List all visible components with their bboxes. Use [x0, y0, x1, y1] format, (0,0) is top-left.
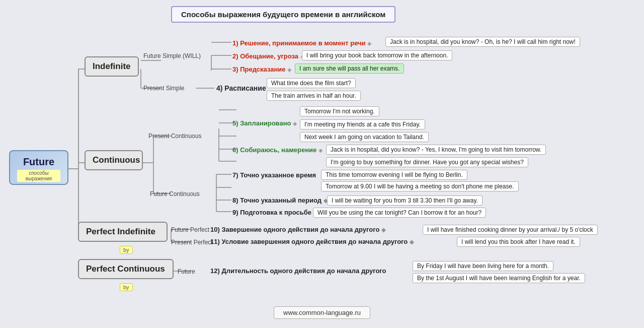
item-4-label: 4) Расписание [216, 84, 266, 92]
subcat-present-perfect: Present Perfect [171, 239, 213, 246]
item-6-label: 6) Собираюсь, намерение ◈ [232, 146, 323, 154]
website-box: www.common-language.ru [274, 306, 370, 319]
ex-6a-box: Jack is in hospital, did you know? - Yes… [326, 145, 546, 155]
future-sublabel: способы выражения [17, 170, 60, 182]
ex-1-box: Jack is in hospital, did you know? - Oh,… [385, 37, 580, 47]
ex-8-box: I will be waiting for you from 3 till 3.… [327, 195, 482, 206]
subcat-future-simple: Future Simple (WILL) [143, 52, 201, 59]
page-title: Способы выражения будущего времени в анг… [171, 6, 395, 23]
ex-3-box: I am sure she will pass all her exams. [295, 63, 404, 74]
ex-9-box: Will you be using the car tonight? Can I… [313, 208, 486, 218]
cat-indefinite-label: Indefinite [93, 61, 131, 71]
by-badge-2: by [120, 283, 133, 291]
ex-12b-box: By the 1st August I will have been learn… [413, 273, 585, 283]
item-9-label: 9) Подготовка к просьбе ◈ [232, 209, 317, 216]
subcat-present-simple-label: Present Simple [143, 85, 184, 92]
item-8-label: 8) Точно указанный период ◈ [232, 196, 328, 204]
subcat-future: Future [178, 268, 195, 275]
subcat-future-continuous: Future Continuous [150, 190, 200, 198]
ex-7b-box: Tomorrow at 9.00 I will be having a meet… [321, 181, 519, 191]
by-badge-1: by [120, 246, 133, 254]
cat-indefinite: Indefinite [85, 56, 139, 77]
website-text: www.common-language.ru [283, 309, 361, 316]
subcat-future-label: Future [178, 268, 195, 275]
ex-4a-box: What time does the film start? [267, 78, 356, 88]
cat-continuous-label: Continuous [93, 155, 140, 165]
subcat-future-continuous-label: Future Continuous [150, 190, 200, 198]
cat-perfect-indefinite-label: Perfect Indefinite [86, 227, 155, 236]
cat-continuous: Continuous [85, 150, 143, 170]
subcat-present-continuous: Present Continuous [148, 133, 201, 140]
item-10-label: 10) Завершение одного действия до начала… [210, 226, 385, 233]
future-label: Future [17, 156, 60, 168]
ex-6b-box: I'm going to buy something for dinner. H… [326, 157, 528, 167]
item-3-label: 3) Предсказание ◈ [232, 65, 291, 73]
ex-11-box: I will lend you this book after I have r… [457, 237, 580, 247]
item-12-label: 12) Длительность одного действия до нача… [210, 267, 386, 275]
subcat-present-perfect-label: Present Perfect [171, 239, 213, 246]
ex-7a-box: This time tomorrow evening I will be fly… [321, 170, 467, 180]
subcat-future-perfect: Future Perfect [171, 226, 209, 233]
item-1-label: 1) Решение, принимаемое в момент речи ◈ [232, 39, 371, 47]
ex-5a-box: Tomorrow I'm not working. [300, 106, 379, 116]
ex-5c-box: Next week I am going on vacation to Tail… [300, 132, 429, 142]
item-11-label: 11) Условие завершения одного действия д… [210, 238, 414, 245]
subcat-future-simple-label: Future Simple (WILL) [143, 52, 201, 59]
ex-4b-box: The train arrives in half an hour. [267, 91, 361, 101]
ex-12a-box: By Friday I will have been living here f… [413, 261, 553, 271]
title-text: Способы выражения будущего времени в анг… [181, 10, 385, 19]
ex-10-box: I will have finished cooking dinner by y… [423, 225, 598, 235]
item-2-label: 2) Обещание, угроза ◈ [232, 52, 304, 60]
ex-2-box: I will bring your book back tomorrow in … [302, 50, 452, 60]
cat-perfect-continuous-label: Perfect Continuous [86, 264, 165, 274]
cat-perfect-continuous: Perfect Continuous [78, 259, 174, 279]
item-7-label: 7) Точно указанное время [232, 171, 316, 179]
item-5-label: 5) Запланировано ◈ [232, 119, 297, 127]
ex-5b-box: I'm meeting my friends at a cafe this Fr… [300, 119, 425, 129]
subcat-present-simple: Present Simple [143, 85, 184, 92]
future-box: Future способы выражения [9, 150, 68, 185]
subcat-future-perfect-label: Future Perfect [171, 226, 209, 233]
subcat-present-continuous-label: Present Continuous [148, 133, 201, 140]
cat-perfect-indefinite: Perfect Indefinite [78, 222, 168, 242]
